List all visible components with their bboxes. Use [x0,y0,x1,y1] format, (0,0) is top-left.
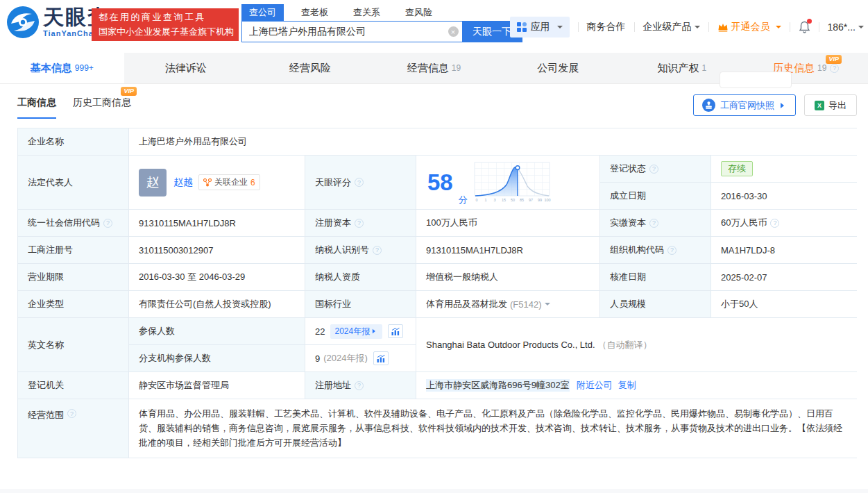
notifications-button[interactable] [799,21,810,33]
english-name-label: 英文名称 [18,318,128,371]
reg-capital-value: 100万人民币 [416,210,599,236]
apps-label: 应用 [531,21,550,33]
legal-rep-name-link[interactable]: 赵越 [173,176,193,189]
subtab-history-business-info[interactable]: VIP 历史工商信息 [73,97,131,119]
tab-label: 知识产权 [658,62,699,75]
apps-grid-icon [517,22,527,32]
nav-business-cooperation[interactable]: 商务合作 [587,21,626,33]
copy-address-link[interactable]: 复制 [618,379,636,392]
english-name-value-cell: Shanghai Bata Outdoor Products Co., Ltd.… [416,318,858,371]
nav-enterprise-products[interactable]: 企业级产品 [643,21,700,33]
branch-insured-trend-button[interactable] [373,351,389,365]
paid-capital-value: 60万人民币 [721,217,767,229]
slogan-line2: 国家中小企业发展子基金旗下机构 [99,26,232,38]
clear-search-button[interactable]: × [444,22,462,42]
reg-status-label-cell: 登记状态 [600,156,710,182]
business-scope-value-cell: 体育用品、办公用品、服装鞋帽、工艺美术品、计算机、软件及辅助设备、电子产品、化工… [129,399,858,458]
score-distribution-chart[interactable]: 0 1 3 15 50 85 97 99 100 [473,161,551,204]
slogan-banner: 都在用的商业查询工具 国家中小企业发展子基金旗下机构 [92,8,239,41]
help-icon[interactable] [830,64,839,73]
search-tabs: 查公司 查老板 查关系 查风险 [241,5,522,21]
tab-label: 公司发展 [537,62,579,75]
tab-count: 1 [702,63,707,73]
tab-legal-proceedings[interactable]: 法律诉讼 [124,53,248,83]
notification-dot [807,19,812,24]
help-icon[interactable] [355,178,364,187]
chevron-down-icon[interactable] [545,303,550,308]
help-icon[interactable] [67,409,76,418]
subtab-business-info[interactable]: 工商信息 [17,97,56,119]
english-name-value: Shanghai Bata Outdoor Products Co., Ltd. [426,340,595,350]
legal-rep-label: 法定代表人 [18,156,128,209]
industry-value-cell: 体育用品及器材批发 (F5142) [416,291,599,317]
tab-basic-info[interactable]: 基本信息 999+ [0,53,124,83]
subtab-label: 历史工商信息 [73,97,131,108]
network-icon [203,178,212,187]
help-icon[interactable] [355,381,364,390]
account-menu[interactable]: 186*... [828,22,864,33]
annual-report-label: 2024年报 [334,326,370,337]
nearby-companies-link[interactable]: 附近公司 [577,379,613,392]
search-tab-company[interactable]: 查公司 [241,4,284,21]
svg-text:99: 99 [538,198,542,202]
search-tab-risk[interactable]: 查风险 [398,4,440,21]
establish-date-label: 成立日期 [600,183,710,209]
reg-number-label: 工商注册号 [18,237,128,263]
annual-report-badge[interactable]: 2024年报 [330,324,382,339]
english-name-note: （自动翻译） [598,339,652,351]
tab-count: 19 [452,63,461,73]
export-button[interactable]: 导出 [804,94,857,116]
help-icon[interactable] [355,219,364,228]
help-icon[interactable] [103,219,112,228]
company-type-label: 企业类型 [18,291,128,317]
score-value[interactable]: 58 [427,171,453,194]
search-input[interactable] [242,22,444,42]
bar-chart-icon [377,355,385,362]
official-snapshot-button[interactable]: 工商官网快照 [693,94,796,116]
tab-operation-risk[interactable]: 经营风险 [248,53,372,83]
reg-status-value-cell: 存续 [711,156,858,182]
approval-date-label: 核准日期 [600,264,710,290]
svg-text:97: 97 [529,198,533,202]
paid-capital-value-cell: 60万人民币 [711,210,858,236]
help-icon[interactable] [770,219,779,228]
score-unit[interactable]: 分 [459,194,468,206]
vip-badge: VIP [826,55,842,64]
company-name-value: 上海巴塔户外用品有限公司 [129,128,858,155]
establish-date-value: 2016-03-30 [711,183,858,209]
legal-rep-avatar[interactable]: 赵 [139,169,167,197]
enterprise-products-label: 企业级产品 [643,21,692,33]
insured-label: 参保人数 [129,318,305,344]
taxpayer-id-label-cell: 纳税人识别号 [305,237,416,263]
taxpayer-quality-label: 纳税人资质 [305,264,416,290]
slogan-line1: 都在用的商业查询工具 [99,11,232,24]
account-phone: 186*... [828,22,856,33]
staff-size-label: 人员规模 [600,291,710,317]
help-icon[interactable] [649,219,658,228]
search-tab-boss[interactable]: 查老板 [293,4,336,21]
related-companies-badge[interactable]: 关联企业 6 [198,174,260,190]
reg-capital-label-cell: 注册资本 [305,210,416,236]
insured-trend-button[interactable] [388,324,403,338]
search-tab-relation[interactable]: 查关系 [346,4,388,21]
apps-menu[interactable]: 应用 [510,17,570,37]
help-icon[interactable] [649,165,658,174]
industry-value: 体育用品及器材批发 [426,298,507,310]
tab-operation-info[interactable]: 经营信息 19 [372,53,496,83]
vip-badge: VIP [121,87,137,96]
business-scope-label: 经营范围 [28,409,64,421]
address-label: 注册地址 [315,379,351,392]
tab-company-development[interactable]: 公司发展 [496,53,620,83]
company-type-value: 有限责任公司(自然人投资或控股) [129,291,305,317]
help-icon[interactable] [667,246,676,255]
nav-open-vip[interactable]: 开通会员 [717,21,781,33]
industry-code: (F5142) [510,299,542,310]
tooltip-remnant [720,72,792,88]
arrow-right-icon [781,103,787,108]
help-icon[interactable] [373,246,382,255]
subtab-bar: 工商信息 VIP 历史工商信息 工商官网快照 导出 [0,84,868,128]
divider [708,22,709,32]
arrow-right-icon [373,329,377,333]
tab-count: 19 [817,63,826,73]
export-label: 导出 [828,99,846,112]
